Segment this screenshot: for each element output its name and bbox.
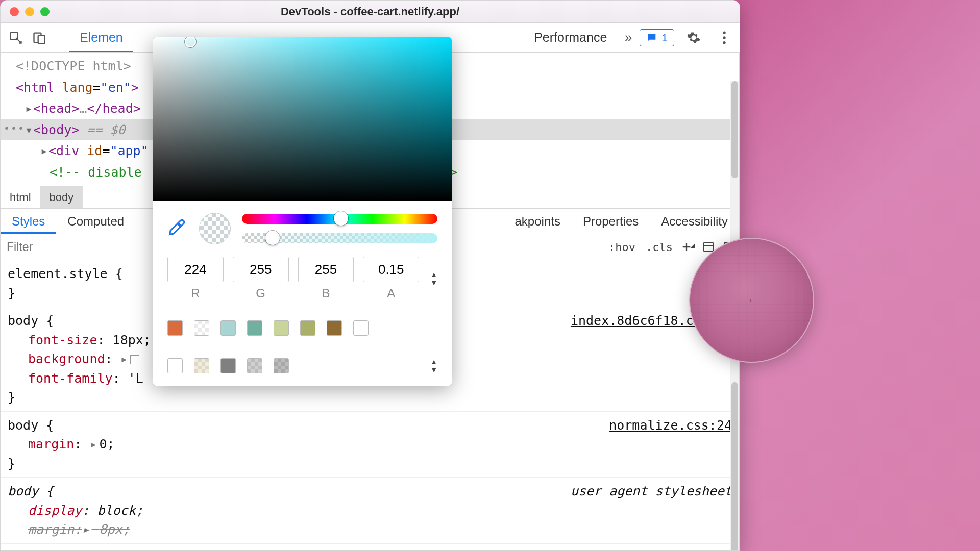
subtab-computed[interactable]: Computed: [56, 209, 135, 234]
kebab-menu-icon[interactable]: [713, 27, 736, 49]
svg-rect-6: [704, 242, 713, 252]
palette-swatch[interactable]: [274, 320, 289, 336]
window-titlebar: DevTools - coffee-cart.netlify.app/: [1, 1, 740, 23]
subtab-breakpoints[interactable]: akpoints: [504, 209, 572, 234]
crumb-body[interactable]: body: [40, 186, 83, 208]
rule-normalize-body[interactable]: normalize.css:24 body { margin: ▸0; }: [1, 412, 739, 478]
issues-button[interactable]: 1: [640, 29, 674, 46]
palette-swatch[interactable]: [194, 320, 209, 336]
tab-performance[interactable]: Performance: [524, 30, 617, 45]
window-title: DevTools - coffee-cart.netlify.app/: [1, 5, 740, 18]
dom-doctype: <!DOCTYPE html>: [16, 59, 131, 73]
palette-swatch[interactable]: [167, 320, 183, 336]
subtab-accessibility[interactable]: Accessibility: [650, 209, 739, 234]
r-input[interactable]: [167, 257, 224, 282]
palette-swatch[interactable]: [353, 320, 369, 336]
alpha-handle[interactable]: [265, 231, 280, 245]
sv-handle[interactable]: [185, 37, 196, 47]
source-link[interactable]: normalize.css:24: [609, 416, 732, 435]
eyedropper-magnifier[interactable]: [689, 238, 814, 363]
palette-switcher-icon[interactable]: ▲▼: [430, 359, 437, 372]
issues-count: 1: [662, 32, 668, 44]
palette-swatch[interactable]: [194, 358, 209, 373]
panel-tabs: Elemen: [69, 23, 133, 52]
alpha-slider[interactable]: [242, 233, 437, 243]
palette-swatch[interactable]: [247, 358, 262, 373]
settings-gear-icon[interactable]: [682, 27, 705, 49]
svg-point-3: [723, 31, 725, 34]
scrollbar-thumb-top[interactable]: [731, 81, 738, 178]
svg-point-4: [723, 36, 725, 39]
color-preview: [199, 213, 231, 244]
g-input[interactable]: [233, 257, 289, 282]
palette-swatches: ▲▼: [153, 315, 452, 386]
rule-user-agent-body[interactable]: user agent stylesheet body { display: bl…: [1, 478, 739, 544]
palette-swatch[interactable]: [220, 320, 236, 336]
svg-rect-2: [38, 35, 45, 43]
more-tabs-icon[interactable]: »: [618, 30, 639, 45]
tab-elements[interactable]: Elemen: [69, 23, 133, 52]
rgba-inputs: R G B A ▲▼: [153, 257, 452, 305]
a-input[interactable]: [363, 257, 419, 282]
eyedropper-icon[interactable]: [167, 218, 188, 239]
subtab-styles[interactable]: Styles: [1, 209, 56, 234]
hov-toggle[interactable]: :hov: [603, 241, 641, 254]
palette-swatch[interactable]: [327, 320, 342, 336]
selected-row-menu-icon[interactable]: •••: [4, 120, 25, 136]
dom-body-suffix: == $0: [79, 122, 125, 137]
palette-swatch[interactable]: [167, 358, 183, 373]
crumb-html[interactable]: html: [1, 186, 40, 208]
scrollbar-thumb-bottom[interactable]: [731, 382, 738, 551]
b-input[interactable]: [298, 257, 354, 282]
color-picker-popover: R G B A ▲▼ ▲▼: [153, 37, 452, 386]
svg-point-5: [723, 41, 725, 44]
palette-swatch[interactable]: [300, 320, 315, 336]
new-style-rule-icon[interactable]: ◢: [678, 241, 698, 253]
format-switcher-icon[interactable]: ▲▼: [430, 272, 437, 285]
cls-toggle[interactable]: .cls: [641, 241, 678, 254]
device-toolbar-icon[interactable]: [28, 27, 51, 49]
palette-swatch[interactable]: [274, 358, 289, 373]
palette-swatch[interactable]: [247, 320, 262, 336]
subtab-properties[interactable]: Properties: [572, 209, 650, 234]
ua-label: user agent stylesheet: [571, 482, 732, 501]
saturation-value-area[interactable]: [153, 37, 452, 201]
hue-slider[interactable]: [242, 214, 437, 224]
palette-swatch[interactable]: [220, 358, 236, 373]
hue-handle[interactable]: [334, 211, 348, 226]
inspect-element-icon[interactable]: [5, 27, 27, 49]
